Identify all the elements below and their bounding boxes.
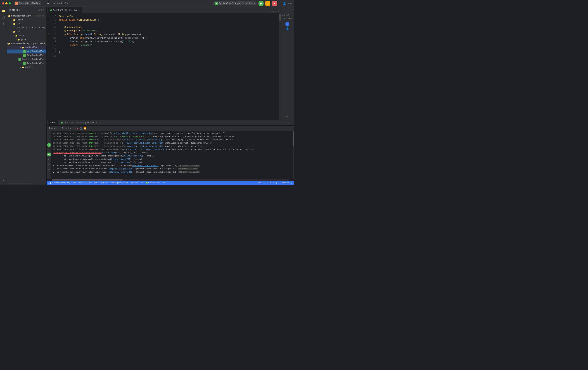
sidebar-item-project[interactable]: 📁 [1,8,6,14]
tree-item-pagecontroller[interactable]: C PageController [7,54,46,57]
screenshot-icon[interactable]: 📷 [80,127,83,130]
run-button[interactable]: ▶ [259,1,263,6]
structure-expand-icon[interactable]: ▶ [282,9,283,11]
tree-item-main[interactable]: ▼ 📁 main [7,34,46,38]
tree-item-package[interactable]: ▼ 📁 com.example.springbootstudy [7,42,46,45]
exception-type[interactable]: java.lang.StringIndexOutOfBoundsExceptio… [53,152,102,154]
structure-more-icon[interactable]: ≡ [292,9,293,11]
breadcrumb-com[interactable]: com [94,182,97,184]
breadcrumb-springbootstudy[interactable]: springbootstudy [111,182,128,184]
close-button[interactable] [2,2,4,4]
tab-close-button[interactable]: × [79,9,80,11]
tree-item-controller[interactable]: ▼ 📁 controller [7,45,46,50]
status-encoding[interactable]: UTF-8 [268,182,274,184]
sidebar-debug-icon[interactable]: ⊳ [47,157,51,161]
right-panel-mspring[interactable]: ≡ m Sprin [281,17,294,21]
run-options-icon[interactable]: ⋮ [288,121,290,124]
sidebar-error-icon[interactable]: ⚠ [47,167,51,171]
fullscreen-button[interactable] [9,2,11,4]
sidebar-run-icon[interactable]: ▶ [47,152,51,156]
tree-item-registercontroller[interactable]: C RegisterController [7,57,46,61]
tree-item-maincontroller[interactable]: C MainController [7,50,46,54]
breadcrumb-project[interactable]: SpringBootStudy [52,182,70,184]
console-more-icon[interactable]: ⋯ [87,127,89,130]
gutter-line-8[interactable]: ▶ [47,18,50,22]
sidebar-T-icon[interactable]: T [47,148,51,152]
tree-item-java[interactable]: ▼ 📁 java [7,38,46,42]
search-icon[interactable]: ⌕ [287,2,289,5]
vc-selector[interactable]: Version control ∨ [47,2,68,5]
console-horizontal-scrollbar[interactable] [52,179,289,181]
horizontal-scrollbar[interactable] [8,183,31,184]
breadcrumb-main[interactable]: main [79,182,84,184]
tree-item-idea[interactable]: ▶ 📁 .idea [7,18,46,22]
stop-button[interactable]: ■ [272,1,277,6]
breadcrumb-java[interactable]: java [86,182,91,184]
minimize-button[interactable] [5,2,8,4]
tree-item-src[interactable]: ▼ 📁 src [7,30,46,34]
tree-item-testcontroller[interactable]: C TestController [7,61,46,65]
panel-settings-icon[interactable]: ⚙ [38,9,40,11]
class-icon: C [146,182,148,184]
breadcrumb-file[interactable]: MainController [148,182,165,184]
stop-icon[interactable]: ■ [77,127,79,130]
run-config-selector[interactable]: ▶ SpringBootStudyApplication ∨ [213,1,257,5]
console-h-scrollbar-thumb[interactable] [52,179,123,181]
user-icon[interactable]: 👤 [283,2,286,5]
console-tab[interactable]: Console [48,127,59,130]
chevron-left-icon[interactable]: ‹ [275,10,276,13]
stack-link[interactable]: MainController.java:13 [132,164,158,167]
console-output[interactable]: 2024-06-12T19:06:22.842-05:00 INFO 7185 … [52,131,293,179]
status-indent[interactable]: 4 spaces [280,182,289,184]
fast-forward-icon[interactable]: ⏩ [84,127,86,130]
check-icon[interactable]: ✓ [270,10,271,13]
create-breakpoint-link[interactable]: Create breakpoint [102,152,121,154]
sidebar-item-structure[interactable]: ⊞ [1,21,6,27]
chevron-right-icon[interactable]: › [278,10,279,13]
tree-item-entity[interactable]: ▶ 📁 entity [7,65,46,69]
tree-item-springbootstudy[interactable]: ▼ 📁 SpringBootStudy ~/Desktop/CS/JavaEE/… [7,14,46,18]
tree-item-logfile[interactable]: ≡ 2024-06-12-spring-0.log [7,26,46,30]
status-lf[interactable]: LF [263,182,266,184]
sidebar-build-icon[interactable]: ⚒ [47,162,51,166]
run-tab[interactable]: ▶ Run [48,120,58,125]
tab-maincontroller[interactable]: MainController.java × [48,7,82,13]
scroll-up-icon[interactable]: ↑ [47,132,51,136]
editor-scrollbar[interactable] [279,13,281,120]
scroll-down-icon[interactable]: ↓ [47,137,51,141]
bookmark-button[interactable]: ☆ [265,1,270,6]
tree-item-log[interactable]: ▼ 📁 log [7,22,46,26]
tree-arrow-icon: ▼ [19,46,21,49]
panel-expand-icon[interactable]: ⊟ [41,9,42,11]
more-options-icon[interactable]: ⋮ [279,2,282,5]
project-selector[interactable]: SB SpringBootStudy ∨ [14,1,42,5]
console-scrollbar[interactable] [293,131,294,179]
run-minimize-icon[interactable]: — [291,121,293,124]
code-token: ( [81,29,83,33]
stack-link[interactable]: HttpServlet.java:658 [109,171,132,173]
settings-icon[interactable]: ⚙ [290,2,292,5]
right-panel-prof[interactable]: ▶ Prof [281,13,294,17]
app-tab[interactable]: SpringBootStudyApplication × [59,120,102,125]
stack-link[interactable]: String.java:2682 [111,161,130,163]
sidebar-item-more[interactable]: ⋯ [1,178,6,184]
stack-link[interactable]: String.java:2769 [111,158,130,160]
stack-link[interactable]: HttpServlet.java:590 [109,168,132,170]
restart-icon[interactable]: ↺ [74,127,76,130]
breadcrumb-example[interactable]: example [100,182,108,184]
sidebar-run-springboot[interactable]: 🍃 [47,143,51,147]
app-tab-close[interactable]: × [99,122,100,124]
breadcrumb-controller[interactable]: controller [131,182,143,184]
gutter-line-12[interactable]: ⊕ [47,33,50,36]
status-line-col[interactable]: 18:1 [257,182,261,184]
notification-icon[interactable]: ● [285,22,289,26]
right-user-icon[interactable]: 👤 [286,27,289,30]
actuator-tab[interactable]: Actuator [61,127,73,130]
console-scrollbar-thumb[interactable] [293,131,294,146]
breadcrumb-src[interactable]: src [73,182,76,184]
stack-link[interactable]: String.java:4606 [123,155,142,157]
sidebar-item-git[interactable]: ⎇ [1,15,6,21]
code-content[interactable]: @Controller public class MainController … [57,13,279,120]
panel-close-icon[interactable]: × [43,9,45,11]
refresh-icon[interactable]: ↺ [273,10,274,13]
